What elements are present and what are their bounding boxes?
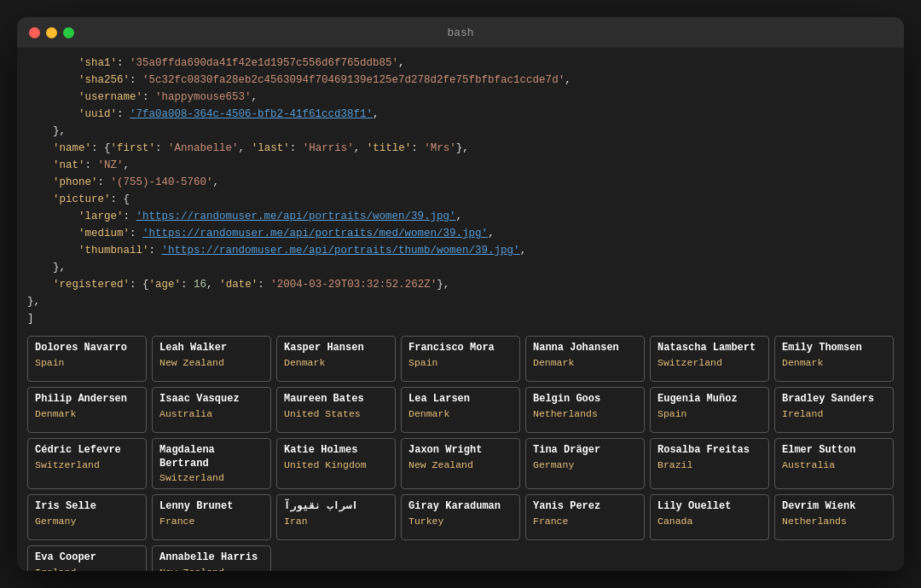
code-line: }, [27,293,894,310]
person-card[interactable]: Nanna JohansenDenmark [525,336,645,382]
card-country: United States [284,408,388,419]
terminal-window: bash 'sha1': '35a0ffda690da41f42e1d1957c… [17,17,904,571]
person-card[interactable]: Eva CooperIreland [27,545,147,571]
traffic-lights [29,27,74,38]
code-line: 'nat': 'NZ', [27,157,894,174]
card-name: Rosalba Freitas [657,444,762,458]
card-name: Emily Thomsen [782,342,886,355]
maximize-button[interactable] [63,27,74,38]
card-name: Annabelle Harris [159,551,264,565]
card-country: Ireland [35,567,139,571]
code-line: 'large': 'https://randomuser.me/api/port… [27,208,894,225]
code-line: 'sha1': '35a0ffda690da41f42e1d1957c556d6… [27,55,894,72]
person-card[interactable]: Bradley SandersIreland [774,387,894,433]
code-line: 'name': {'first': 'Annabelle', 'last': '… [27,140,894,157]
person-card[interactable]: Katie HolmesUnited Kingdom [276,438,396,489]
card-name: Lily Ouellet [657,500,762,514]
card-name: Belgin Goos [533,393,637,406]
card-country: Iran [284,516,388,527]
card-name: Devrim Wienk [782,500,886,514]
code-line: 'uuid': '7fa0a008-364c-4506-bfb2-41f61cc… [27,106,894,123]
card-country: Brazil [657,459,762,470]
person-card[interactable]: Kasper HansenDenmark [276,336,396,382]
card-name: Bradley Sanders [782,393,886,406]
person-card[interactable]: Isaac VasquezAustralia [152,387,271,433]
card-country: Denmark [533,357,637,368]
card-country: Denmark [35,408,139,419]
person-card[interactable]: Emily ThomsenDenmark [774,336,894,382]
close-button[interactable] [29,27,40,38]
person-card[interactable]: Belgin GoosNetherlands [525,387,645,433]
person-card[interactable]: Giray KaradumanTurkey [401,494,520,540]
card-name: اسراب نقيورآ [284,500,388,514]
window-title: bash [447,26,473,39]
code-section: 'sha1': '35a0ffda690da41f42e1d1957c556d6… [27,55,894,327]
title-bar: bash [17,17,904,48]
person-card[interactable]: Cédric LefevreSwitzerland [27,438,147,489]
person-card[interactable]: Philip AndersenDenmark [27,387,147,433]
person-card[interactable]: Tina DrägerGermany [525,438,645,489]
card-name: Jaxon Wright [408,444,513,458]
code-line: 'phone': '(755)-140-5760', [27,174,894,191]
person-card[interactable]: Natascha LambertSwitzerland [650,336,769,382]
card-country: Netherlands [782,516,886,527]
person-card[interactable]: Dolores NavarroSpain [27,336,147,382]
card-name: Philip Andersen [35,393,139,406]
card-country: France [159,516,264,527]
card-name: Francisco Mora [408,342,513,355]
person-card[interactable]: Elmer SuttonAustralia [774,438,894,489]
card-name: Giray Karaduman [408,500,513,514]
cards-grid: Dolores NavarroSpainLeah WalkerNew Zeala… [27,336,894,571]
terminal-body[interactable]: 'sha1': '35a0ffda690da41f42e1d1957c556d6… [17,48,904,571]
person-card[interactable]: Magdalena BertrandSwitzerland [152,438,271,489]
card-name: Natascha Lambert [657,342,762,355]
card-name: Magdalena Bertrand [159,444,264,470]
person-card[interactable]: Lea LarsenDenmark [401,387,520,433]
card-name: Eva Cooper [35,551,139,565]
card-country: New Zealand [408,459,513,470]
card-country: Denmark [408,408,513,419]
card-country: Spain [657,408,762,419]
code-line: ] [27,310,894,327]
card-country: Denmark [284,357,388,368]
person-card[interactable]: Leah WalkerNew Zealand [152,336,271,382]
card-country: Switzerland [35,459,139,470]
person-card[interactable]: Devrim WienkNetherlands [774,494,894,540]
person-card[interactable]: Lily OuelletCanada [650,494,769,540]
card-name: Isaac Vasquez [159,393,264,406]
card-country: Turkey [408,516,513,527]
person-card[interactable]: Lenny BrunetFrance [152,494,271,540]
card-country: Germany [35,516,139,527]
card-name: Leah Walker [159,342,264,355]
card-country: Switzerland [657,357,762,368]
code-line: }, [27,259,894,276]
card-name: Eugenia Muñoz [657,393,762,406]
person-card[interactable]: Rosalba FreitasBrazil [650,438,769,489]
person-card[interactable]: Eugenia MuñozSpain [650,387,769,433]
card-country: United Kingdom [284,459,388,470]
person-card[interactable]: Jaxon WrightNew Zealand [401,438,520,489]
card-country: France [533,516,637,527]
card-name: Tina Dräger [533,444,637,458]
person-card[interactable]: Francisco MoraSpain [401,336,520,382]
card-country: Denmark [782,357,886,368]
code-line: 'medium': 'https://randomuser.me/api/por… [27,225,894,242]
card-name: Maureen Bates [284,393,388,406]
card-country: Australia [159,408,264,419]
person-card[interactable]: Maureen BatesUnited States [276,387,396,433]
card-name: Lenny Brunet [159,500,264,514]
person-card[interactable]: Iris SelleGermany [27,494,147,540]
code-line: 'thumbnail': 'https://randomuser.me/api/… [27,242,894,259]
person-card[interactable]: اسراب نقيورآIran [276,494,396,540]
card-country: New Zealand [159,567,264,571]
card-country: Germany [533,459,637,470]
card-name: Iris Selle [35,500,139,514]
person-card[interactable]: Annabelle HarrisNew Zealand [152,545,271,571]
minimize-button[interactable] [46,27,57,38]
person-card[interactable]: Yanis PerezFrance [525,494,645,540]
code-line: 'registered': {'age': 16, 'date': '2004-… [27,276,894,293]
card-country: Spain [408,357,513,368]
code-line: }, [27,123,894,140]
card-country: Australia [782,459,886,470]
code-line: 'sha256': '5c32fc0830fa28eb2c4563094f704… [27,72,894,89]
